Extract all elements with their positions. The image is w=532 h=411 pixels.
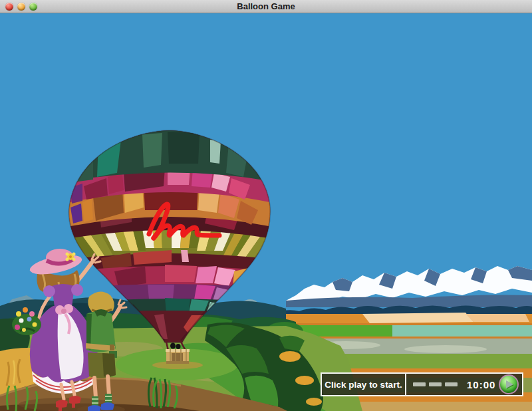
progress-dash bbox=[429, 382, 442, 386]
timer-display: 10:00 bbox=[467, 379, 495, 390]
close-button-icon[interactable] bbox=[5, 3, 13, 11]
window-title: Balloon Game bbox=[237, 1, 295, 11]
window-controls bbox=[5, 3, 37, 11]
timer-section: 10:00 bbox=[406, 374, 522, 395]
minimize-button-icon[interactable] bbox=[17, 3, 25, 11]
boy-shoe bbox=[101, 402, 114, 410]
play-icon bbox=[506, 380, 513, 388]
status-message: Click play to start. bbox=[325, 380, 402, 390]
zoom-button-icon[interactable] bbox=[29, 3, 37, 11]
window-titlebar: Balloon Game bbox=[0, 0, 532, 13]
status-section: Click play to start. bbox=[322, 374, 405, 395]
progress-dash bbox=[413, 382, 426, 386]
balloon-scene-illustration bbox=[0, 13, 532, 411]
game-control-bar: Click play to start. 10:00 bbox=[321, 372, 523, 396]
game-stage: Click play to start. 10:00 bbox=[0, 13, 532, 411]
progress-dash bbox=[445, 382, 458, 386]
play-button[interactable] bbox=[499, 374, 519, 394]
